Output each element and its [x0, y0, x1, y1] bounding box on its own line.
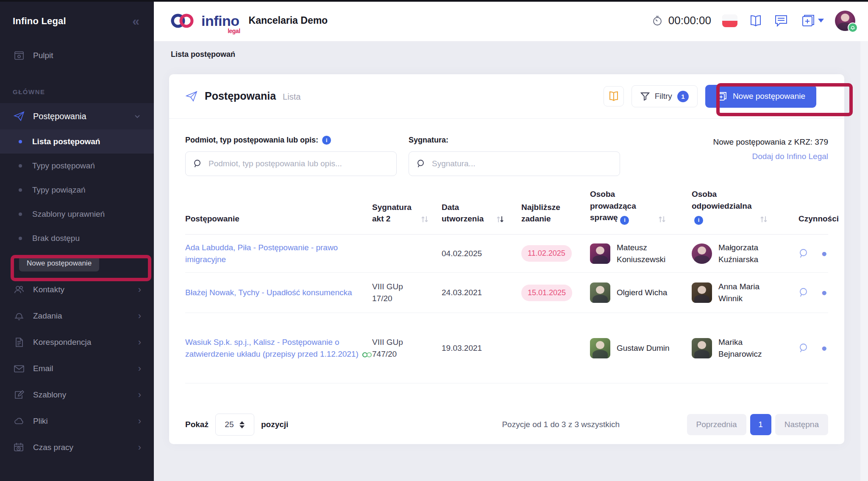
- chevron-right-icon: ›: [138, 389, 141, 400]
- sort-icon[interactable]: [658, 215, 666, 224]
- work-timer: 00:00:00: [651, 14, 711, 27]
- person-name: Gustaw Dumin: [617, 342, 670, 354]
- page-number-button[interactable]: 1: [750, 414, 771, 435]
- sidebar-item-postepowania[interactable]: Postępowania: [0, 103, 154, 129]
- sidebar-item-zadania[interactable]: Zadania ›: [0, 303, 154, 329]
- col-czynnosci: Czynności: [798, 213, 839, 225]
- new-proceeding-button[interactable]: Nowe postępowanie: [705, 85, 816, 108]
- sort-icon-active-desc[interactable]: [496, 215, 504, 224]
- sidebar-item-label: Pulpit: [33, 51, 53, 60]
- bullet-icon: [19, 188, 22, 192]
- info-icon[interactable]: i: [322, 136, 331, 145]
- sidebar-item-email[interactable]: Email ›: [0, 355, 154, 382]
- nowe-postepowanie-chip[interactable]: Nowe postępowanie: [19, 255, 99, 271]
- chevron-right-icon: ›: [138, 442, 141, 453]
- case-link[interactable]: Błażej Nowak, Tychy - Upadłość konsumenc…: [185, 287, 363, 299]
- user-avatar[interactable]: [835, 11, 855, 31]
- preview-search-button[interactable]: [798, 343, 810, 354]
- col-sygnatura: Sygnatura akt 2: [372, 201, 416, 225]
- sidebar-item-label: Czas pracy: [33, 443, 73, 452]
- preview-search-button[interactable]: [798, 287, 810, 298]
- sidebar-item-kontakty[interactable]: Kontakty ›: [0, 277, 154, 303]
- sidebar-item-szablony[interactable]: Szablony ›: [0, 382, 154, 408]
- avatar: [692, 338, 712, 358]
- funnel-icon: [640, 92, 650, 101]
- sidebar-item-szablony-uprawnien[interactable]: Szablony uprawnień: [0, 202, 154, 226]
- quick-add-icon[interactable]: [799, 14, 824, 28]
- chat-icon[interactable]: [774, 14, 788, 28]
- col-postepowanie: Postępowanie: [185, 213, 239, 225]
- signature-search-input[interactable]: [432, 159, 612, 168]
- sidebar-item-label: Zadania: [33, 311, 62, 321]
- chevron-right-icon: ›: [138, 284, 141, 295]
- sidebar-item-label: Email: [33, 364, 53, 373]
- sidebar-title: Infino Legal: [13, 16, 66, 27]
- items-label: pozycji: [261, 420, 288, 429]
- subject-search-field: [185, 151, 397, 176]
- sidebar-item-typy-powiazan[interactable]: Typy powiązań: [0, 178, 154, 202]
- sidebar-item-nowe-postepowanie[interactable]: Nowe postępowanie: [0, 250, 154, 277]
- proceedings-table: Postępowanie Sygnatura akt 2 Data utworz…: [169, 179, 844, 383]
- next-page-button[interactable]: Następna: [775, 414, 828, 435]
- calendar-clock-icon: [13, 441, 25, 454]
- responsible-person: Małgorzata Kuźniarska: [692, 242, 789, 265]
- sidebar-item-pulpit[interactable]: Pulpit: [0, 42, 154, 69]
- columns-book-button[interactable]: [604, 86, 624, 106]
- sidebar-item-korespondencja[interactable]: Korespondencja ›: [0, 329, 154, 355]
- infino-logo[interactable]: infino legal: [169, 12, 239, 30]
- preview-search-button[interactable]: [798, 248, 810, 259]
- sidebar-item-label: Pliki: [33, 417, 48, 426]
- info-icon[interactable]: i: [694, 216, 703, 225]
- new-proceeding-label: Nowe postępowanie: [733, 92, 805, 101]
- dashboard-icon: [13, 49, 25, 62]
- created-date: 04.02.2025: [442, 249, 521, 258]
- lead-person: Olgierd Wicha: [590, 282, 692, 303]
- sort-icon[interactable]: [760, 215, 768, 224]
- bell-icon: [13, 310, 25, 322]
- show-label: Pokaż: [185, 420, 209, 429]
- sidebar-collapse-icon[interactable]: «: [132, 15, 139, 28]
- bullet-icon: [19, 213, 22, 216]
- language-flag-poland[interactable]: [722, 14, 737, 27]
- bullet-icon: [19, 237, 22, 240]
- search-icon: [193, 159, 203, 168]
- main-area: infino legal Kancelaria Demo 00:00:00: [154, 0, 868, 481]
- document-icon: [13, 336, 25, 349]
- book-icon: [608, 91, 620, 102]
- case-link[interactable]: Ada Labudda, Piła - Postępowanie - prawo…: [185, 242, 363, 265]
- case-link[interactable]: Wasiuk Sp.k. sp.j., Kalisz - Postępowani…: [185, 338, 372, 358]
- table-header-row: Postępowanie Sygnatura akt 2 Data utworz…: [185, 179, 828, 235]
- scrollbar-track[interactable]: [860, 41, 868, 481]
- sidebar-item-brak-dostepu[interactable]: Brak dostępu: [0, 226, 154, 250]
- brand-sub: legal: [228, 28, 240, 34]
- info-icon[interactable]: i: [620, 216, 629, 225]
- sidebar-item-label: Postępowania: [33, 112, 86, 121]
- knowledge-book-icon[interactable]: [748, 14, 763, 27]
- topbar: infino legal Kancelaria Demo 00:00:00: [154, 0, 868, 41]
- sidebar-subitem-label: Lista postępowań: [32, 137, 100, 146]
- sidebar-item-lista-postepowan[interactable]: Lista postępowań: [0, 129, 154, 154]
- sidebar-item-czas-pracy[interactable]: Czas pracy ›: [0, 434, 154, 461]
- person-name: Małgorzata Kuźniarska: [718, 242, 785, 265]
- avatar: [590, 282, 610, 303]
- brand-name: infino legal: [201, 14, 239, 28]
- sort-icon[interactable]: [420, 215, 429, 224]
- filters-count-badge: 1: [677, 91, 689, 102]
- stopwatch-icon[interactable]: [651, 15, 663, 27]
- created-date: 19.03.2021: [442, 344, 521, 353]
- workspace-title: Kancelaria Demo: [249, 15, 328, 26]
- contacts-icon: [13, 283, 25, 296]
- page-size-select[interactable]: 25: [215, 414, 254, 436]
- subject-search-input[interactable]: [209, 159, 389, 168]
- next-task-badge: 11.02.2025: [521, 245, 572, 262]
- previous-page-button[interactable]: Poprzednia: [687, 414, 746, 435]
- cloud-icon: [13, 415, 25, 428]
- sidebar-item-pliki[interactable]: Pliki ›: [0, 408, 154, 434]
- timer-value: 00:00:00: [668, 14, 711, 27]
- created-date: 24.03.2021: [442, 288, 521, 297]
- filters-button[interactable]: Filtry 1: [632, 85, 698, 107]
- person-name: Anna Maria Winnik: [718, 281, 785, 304]
- col-data-utworzenia: Data utworzenia: [442, 201, 492, 225]
- krz-add-link[interactable]: Dodaj do Infino Legal: [752, 152, 828, 161]
- sidebar-item-typy-postepowan[interactable]: Typy postępowań: [0, 154, 154, 178]
